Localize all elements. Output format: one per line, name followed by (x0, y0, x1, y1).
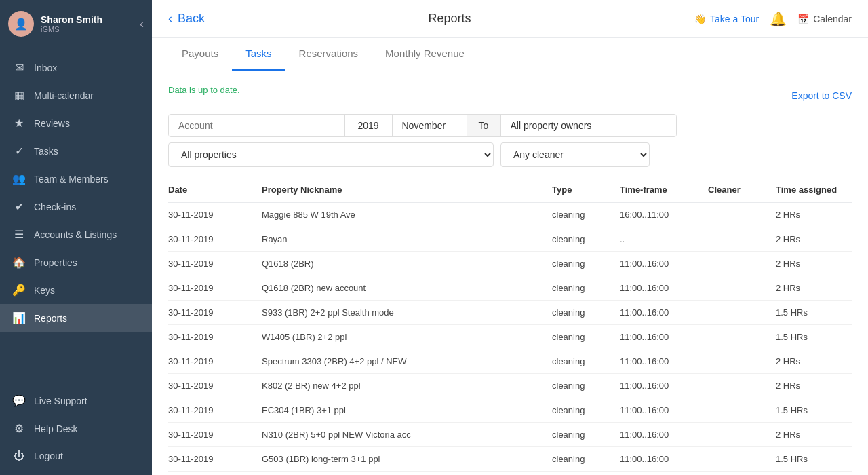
sidebar-item-help-desk[interactable]: ⚙ Help Desk (0, 415, 152, 442)
calendar-button[interactable]: 📅 Calendar (797, 14, 852, 24)
check-icon: ✓ (12, 145, 26, 157)
filter-row-1 (168, 114, 677, 137)
cell-date: 30-11-2019 (168, 227, 256, 252)
cell-assigned: 2 HRs (770, 276, 852, 301)
properties-filter[interactable]: All properties (168, 142, 494, 167)
sidebar-item-label: Check-ins (34, 202, 76, 212)
tab-monthly-revenue[interactable]: Monthly Revenue (372, 38, 478, 71)
notification-bell-icon[interactable]: 🔔 (770, 11, 787, 27)
calendar-grid-icon: ▦ (12, 89, 26, 102)
help-icon: ⚙ (12, 422, 26, 435)
cell-timeframe: 11:00..16:00 (614, 472, 703, 476)
cell-date: 30-11-2019 (168, 423, 256, 447)
cell-type: cleaning (547, 374, 614, 398)
cell-timeframe: 11:00..16:00 (614, 349, 703, 374)
sidebar-item-tasks[interactable]: ✓ Tasks (0, 137, 152, 165)
cell-cleaner (703, 423, 770, 447)
sidebar-item-label: Live Support (34, 396, 87, 406)
owners-filter[interactable] (500, 115, 677, 136)
sidebar-item-inbox[interactable]: ✉ Inbox (0, 54, 152, 81)
back-label: Back (178, 12, 205, 26)
tasks-table: Date Property Nickname Type Time-frame C… (168, 178, 852, 475)
col-header-timeframe: Time-frame (614, 178, 703, 202)
cell-date: 30-11-2019 (168, 349, 256, 374)
tab-payouts[interactable]: Payouts (168, 38, 232, 71)
star-icon: ★ (12, 117, 26, 130)
main-content: ‹ Back Reports 👋 Take a Tour 🔔 📅 Calenda… (152, 0, 868, 475)
cell-timeframe: 11:00..16:00 (614, 301, 703, 325)
sidebar-item-properties[interactable]: 🏠 Properties (0, 248, 152, 276)
cell-assigned: 2 HRs (770, 374, 852, 398)
sidebar-item-reviews[interactable]: ★ Reviews (0, 109, 152, 137)
sidebar-item-label: Reviews (34, 118, 70, 129)
account-filter[interactable] (169, 115, 344, 136)
table-header: Date Property Nickname Type Time-frame C… (168, 178, 852, 202)
checkin-icon: ✔ (12, 200, 26, 213)
year-filter[interactable] (344, 115, 392, 136)
cell-property: Q1618 (2BR) new account (256, 276, 547, 301)
sidebar-item-keys[interactable]: 🔑 Keys (0, 276, 152, 304)
cell-date: 30-11-2019 (168, 447, 256, 472)
sidebar-item-accounts-listings[interactable]: ☰ Accounts & Listings (0, 221, 152, 248)
cell-assigned: 1.5 HRs (770, 301, 852, 325)
collapse-icon[interactable]: ‹ (140, 17, 144, 31)
content-area: Data is up to date. Export to CSV All pr… (152, 71, 868, 475)
cell-cleaner (703, 252, 770, 276)
cell-type: cleaning (547, 227, 614, 252)
sidebar-item-label: Properties (34, 257, 77, 268)
table-row: 30-11-2019 P03 (1BR) 3+1 ppl cleaning 11… (168, 472, 852, 476)
table-row: 30-11-2019 Q1618 (2BR) cleaning 11:00..1… (168, 252, 852, 276)
sidebar: 👤 Sharon Smith iGMS ‹ ✉ Inbox ▦ Multi-ca… (0, 0, 152, 475)
sidebar-item-live-support[interactable]: 💬 Live Support (0, 387, 152, 415)
cell-assigned: 1.5 HRs (770, 398, 852, 423)
table-row: 30-11-2019 N310 (2BR) 5+0 ppl NEW Victor… (168, 423, 852, 447)
sidebar-bottom: 💬 Live Support ⚙ Help Desk ⏻ Logout (0, 381, 152, 475)
cell-property: S933 (1BR) 2+2 ppl Stealth mode (256, 301, 547, 325)
cell-property: Rayan (256, 227, 547, 252)
cell-cleaner (703, 325, 770, 349)
sidebar-item-label: Reports (34, 313, 67, 324)
month-filter[interactable] (392, 115, 467, 136)
table-row: 30-11-2019 Rayan cleaning .. 2 HRs (168, 227, 852, 252)
tab-tasks[interactable]: Tasks (232, 38, 285, 71)
cell-cleaner (703, 301, 770, 325)
cell-property: W1405 (1BR) 2+2 ppl (256, 325, 547, 349)
export-csv-button[interactable]: Export to CSV (791, 90, 852, 101)
table-row: 30-11-2019 S933 (1BR) 2+2 ppl Stealth mo… (168, 301, 852, 325)
cell-date: 30-11-2019 (168, 325, 256, 349)
sidebar-item-multi-calendar[interactable]: ▦ Multi-calendar (0, 81, 152, 109)
sidebar-item-label: Help Desk (34, 423, 78, 434)
topbar: ‹ Back Reports 👋 Take a Tour 🔔 📅 Calenda… (152, 0, 868, 38)
cell-date: 30-11-2019 (168, 202, 256, 227)
cell-timeframe: 11:00..16:00 (614, 398, 703, 423)
back-button[interactable]: ‹ Back (168, 12, 205, 26)
col-header-assigned: Time assigned (770, 178, 852, 202)
table-row: 30-11-2019 G503 (1BR) long-term 3+1 ppl … (168, 447, 852, 472)
sidebar-item-label: Team & Members (34, 174, 108, 185)
cell-timeframe: 16:00..11:00 (614, 202, 703, 227)
cell-property: G503 (1BR) long-term 3+1 ppl (256, 447, 547, 472)
sidebar-item-logout[interactable]: ⏻ Logout (0, 442, 152, 470)
cell-date: 30-11-2019 (168, 472, 256, 476)
cell-type: cleaning (547, 472, 614, 476)
sidebar-header: 👤 Sharon Smith iGMS ‹ (0, 0, 152, 48)
cell-cleaner (703, 276, 770, 301)
table-row: 30-11-2019 Maggie 885 W 19th Ave cleanin… (168, 202, 852, 227)
sidebar-item-label: Accounts & Listings (34, 229, 117, 240)
cell-timeframe: 11:00..16:00 (614, 423, 703, 447)
cleaner-filter[interactable]: Any cleaner (500, 142, 650, 167)
sidebar-item-reports[interactable]: 📊 Reports (0, 304, 152, 332)
data-status: Data is up to date. (168, 85, 240, 95)
take-tour-button[interactable]: 👋 Take a Tour (694, 14, 759, 24)
inbox-icon: ✉ (12, 61, 26, 74)
sidebar-nav: ✉ Inbox ▦ Multi-calendar ★ Reviews ✓ Tas… (0, 48, 152, 381)
cell-type: cleaning (547, 447, 614, 472)
sidebar-item-label: Tasks (34, 146, 58, 157)
sidebar-item-team-members[interactable]: 👥 Team & Members (0, 165, 152, 193)
table-row: 30-11-2019 W1405 (1BR) 2+2 ppl cleaning … (168, 325, 852, 349)
logout-icon: ⏻ (12, 450, 26, 462)
avatar: 👤 (8, 11, 34, 37)
user-profile[interactable]: 👤 Sharon Smith iGMS (8, 11, 102, 37)
sidebar-item-check-ins[interactable]: ✔ Check-ins (0, 193, 152, 221)
tab-reservations[interactable]: Reservations (285, 38, 372, 71)
